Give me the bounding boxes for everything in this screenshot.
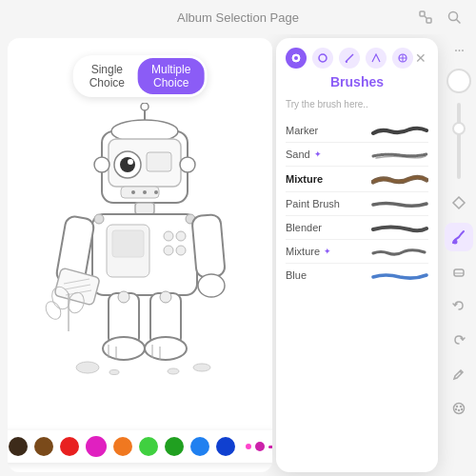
- brush-blue-label: Blue: [286, 269, 307, 281]
- brush-size: [246, 442, 272, 451]
- redo-tool[interactable]: [445, 326, 473, 354]
- svg-point-19: [154, 190, 158, 194]
- brush-item-blue[interactable]: Blue: [286, 266, 428, 285]
- panel-close-button[interactable]: ✕: [413, 50, 428, 67]
- brush-round-icon[interactable]: [286, 48, 307, 69]
- header: Album Selection Page: [0, 0, 476, 34]
- brush-size-line: [268, 446, 272, 448]
- brush-paintbrush-label: Paint Brush: [286, 198, 340, 209]
- diamond-tool[interactable]: [445, 188, 473, 217]
- svg-rect-20: [135, 203, 154, 214]
- mixture2-badge: ✦: [324, 247, 331, 256]
- app-container: Album Selection Page Single: [0, 0, 476, 476]
- brush-tool[interactable]: [445, 223, 473, 251]
- opacity-circle[interactable]: [446, 69, 471, 93]
- robot-illustration: [17, 76, 272, 415]
- brush-flat-icon[interactable]: [312, 48, 333, 69]
- multiple-choice-button[interactable]: Multiple Choice: [138, 58, 204, 94]
- svg-rect-16: [121, 187, 159, 198]
- brush-pen-icon[interactable]: [366, 48, 387, 69]
- svg-point-15: [180, 157, 195, 172]
- more-options-icon[interactable]: ···: [454, 42, 464, 59]
- color-red[interactable]: [60, 437, 79, 456]
- color-green-dark[interactable]: [165, 437, 184, 456]
- brush-marker-stroke: [371, 125, 428, 136]
- canvas-area[interactable]: Single Choice Multiple Choice: [8, 38, 272, 472]
- svg-rect-35: [191, 214, 226, 278]
- expand-icon[interactable]: [415, 7, 436, 28]
- svg-point-49: [168, 368, 179, 374]
- color-orange[interactable]: [113, 437, 132, 456]
- svg-point-42: [145, 337, 187, 360]
- brush-mixture2-label: Mixture ✦: [286, 246, 331, 257]
- svg-point-56: [294, 56, 298, 60]
- svg-point-54: [43, 299, 64, 322]
- svg-rect-23: [112, 230, 144, 257]
- svg-point-28: [94, 214, 104, 224]
- eraser-tool[interactable]: [445, 257, 473, 286]
- svg-line-2: [425, 16, 426, 18]
- svg-point-67: [454, 404, 465, 414]
- svg-rect-13: [147, 152, 171, 171]
- brushes-panel: ✕ Brushes Try the brush here.. Marker Sa…: [276, 38, 438, 472]
- palette-tool[interactable]: [445, 394, 473, 423]
- brush-mixture2-stroke: [371, 246, 428, 257]
- brush-size-medium: [255, 442, 265, 451]
- svg-point-36: [198, 274, 225, 297]
- svg-point-46: [160, 291, 171, 303]
- brush-item-mixture[interactable]: Mixture: [286, 169, 428, 189]
- color-dark-brown[interactable]: [9, 437, 28, 456]
- brush-item-paintbrush[interactable]: Paint Brush: [286, 194, 428, 213]
- robot-svg: [40, 103, 249, 388]
- svg-point-70: [458, 409, 460, 411]
- svg-point-38: [103, 337, 145, 360]
- panel-header: ✕: [286, 48, 428, 69]
- brush-special-icon[interactable]: [392, 48, 413, 69]
- brush-mixture-stroke: [371, 172, 428, 186]
- right-toolbar: ···: [442, 34, 476, 476]
- edit-tool[interactable]: [445, 360, 473, 388]
- svg-point-68: [456, 406, 458, 407]
- svg-line-58: [346, 54, 353, 62]
- brush-item-blender[interactable]: Blender: [286, 218, 428, 237]
- header-title: Album Selection Page: [177, 10, 299, 25]
- single-choice-button[interactable]: Single Choice: [76, 58, 138, 94]
- brush-blender-label: Blender: [286, 222, 322, 233]
- svg-point-71: [455, 408, 457, 410]
- brush-type-icons: [286, 48, 413, 69]
- slider-thumb[interactable]: [452, 122, 466, 135]
- try-brush-area[interactable]: Try the brush here..: [286, 95, 428, 113]
- svg-point-48: [193, 364, 210, 371]
- sand-badge: ✦: [314, 149, 322, 159]
- svg-point-57: [319, 54, 327, 62]
- brush-item-marker[interactable]: Marker: [286, 121, 428, 140]
- brush-sand-label: Sand ✦: [286, 149, 322, 160]
- svg-point-69: [460, 406, 462, 407]
- svg-point-8: [141, 103, 149, 110]
- panel-title: Brushes: [286, 74, 428, 89]
- color-blue-light[interactable]: [190, 437, 209, 456]
- svg-point-17: [131, 190, 135, 194]
- brush-sand-stroke: [371, 149, 428, 160]
- brush-blue-stroke: [371, 269, 428, 281]
- main-area: Single Choice Multiple Choice: [0, 34, 476, 476]
- choice-bar: Single Choice Multiple Choice: [73, 55, 208, 97]
- svg-point-18: [143, 190, 147, 194]
- svg-point-27: [176, 246, 186, 255]
- color-magenta[interactable]: [86, 436, 107, 457]
- color-green-light[interactable]: [139, 437, 158, 456]
- svg-point-63: [453, 240, 458, 245]
- brush-pencil-icon[interactable]: [339, 48, 360, 69]
- brush-mixture-label: Mixture: [286, 173, 323, 185]
- brush-marker-label: Marker: [286, 125, 318, 136]
- undo-tool[interactable]: [445, 291, 473, 320]
- svg-rect-1: [426, 18, 431, 23]
- color-blue-dark[interactable]: [216, 437, 235, 456]
- search-icon[interactable]: [444, 7, 465, 28]
- color-brown[interactable]: [34, 437, 53, 456]
- svg-point-14: [94, 157, 109, 172]
- brush-item-sand[interactable]: Sand ✦: [286, 145, 428, 164]
- opacity-slider[interactable]: [457, 103, 461, 179]
- brush-item-mixture2[interactable]: Mixture ✦: [286, 242, 428, 261]
- svg-point-11: [120, 157, 135, 172]
